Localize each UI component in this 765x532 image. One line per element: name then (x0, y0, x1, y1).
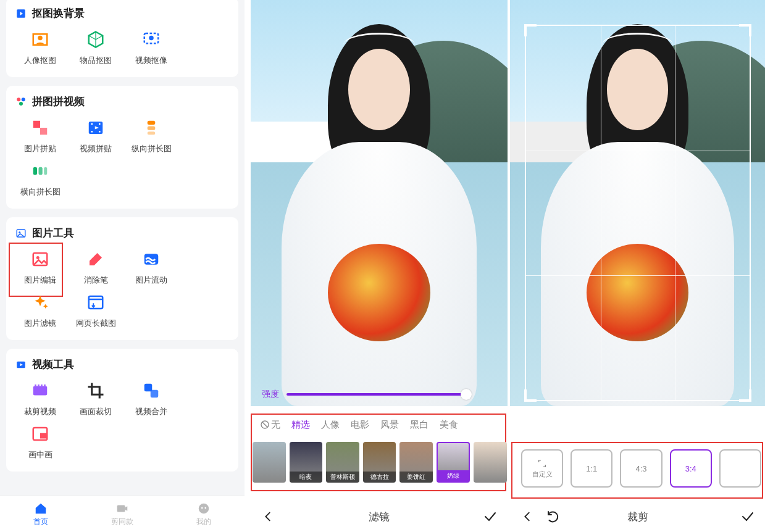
bottom-tab-bar: 首页剪同款我的 (0, 496, 245, 532)
video-merge[interactable]: 视频合并 (123, 380, 179, 417)
tab-home[interactable]: 首页 (0, 496, 82, 532)
svg-rect-32 (144, 384, 153, 392)
crop-handle-bl[interactable] (524, 389, 537, 402)
svg-rect-12 (99, 123, 101, 125)
object-cutout[interactable]: 物品抠图 (68, 29, 123, 66)
filter-thumb-princeton[interactable]: 普林斯顿 (326, 442, 359, 483)
svg-point-39 (204, 507, 206, 509)
portrait-cutout-icon (30, 29, 51, 50)
crop-handle-tr[interactable] (739, 24, 751, 36)
svg-point-6 (19, 102, 23, 106)
crop-frame[interactable] (525, 25, 751, 401)
item-label: 图片滤镜 (12, 318, 68, 329)
crop-handle-br[interactable] (739, 389, 751, 402)
video-cutout-icon (141, 29, 162, 50)
photo-edit[interactable]: 图片编辑 (12, 249, 68, 286)
filter-thumb-anye[interactable]: 暗夜 (290, 442, 323, 483)
tab-templates[interactable]: 剪同款 (82, 496, 163, 532)
strength-label: 强度 (262, 389, 279, 400)
photo-collage-icon (30, 117, 51, 138)
portrait-cutout[interactable]: 人像抠图 (12, 29, 68, 66)
filter-thumb-0[interactable] (253, 442, 286, 483)
filter-editor-panel: 强度 无精选人像电影风景黑白美食 暗夜普林斯顿德古拉姜饼红奶绿 滤镜 (249, 0, 509, 532)
web-long-screenshot[interactable]: 网页长截图 (68, 292, 123, 329)
item-label: 视频拼贴 (68, 143, 123, 154)
svg-rect-33 (151, 390, 159, 398)
menu-section: 抠图换背景人像抠图物品抠图视频抠像 (6, 0, 238, 77)
crop-op-title: 裁剪 (627, 510, 648, 524)
svg-rect-14 (148, 121, 156, 125)
menu-panel: 抠图换背景人像抠图物品抠图视频抠像拼图拼视频图片拼贴视频拼贴纵向拼长图横向拼长图… (0, 0, 245, 532)
menu-grid: 裁剪视频画面裁切视频合并画中画 (12, 380, 232, 467)
highlight-box-menu (9, 243, 63, 297)
crop-rotate-button[interactable] (545, 508, 562, 525)
item-label: 图片拼贴 (12, 143, 68, 154)
section-title-label: 抠图换背景 (32, 6, 85, 20)
crop-op-bar: 裁剪 (510, 501, 765, 532)
horizontal-stitch[interactable]: 横向拼长图 (12, 160, 68, 197)
crop-preview-canvas (510, 0, 765, 406)
section-icon (15, 96, 27, 108)
svg-point-37 (199, 503, 209, 513)
svg-rect-36 (117, 505, 125, 512)
svg-rect-7 (33, 121, 40, 128)
menu-section-title: 抠图换背景 (12, 6, 232, 20)
menu-grid: 图片拼贴视频拼贴纵向拼长图横向拼长图 (12, 117, 232, 204)
crop-lower-panel: 自定义1:14:33:4 裁剪 (510, 442, 765, 532)
section-title-label: 拼图拼视频 (32, 94, 85, 109)
filter-thumb-6[interactable] (474, 442, 507, 483)
svg-rect-18 (39, 167, 43, 175)
horizontal-stitch-icon (30, 160, 51, 181)
menu-section: 图片工具图片编辑消除笔图片流动图片滤镜网页长截图 (6, 217, 238, 340)
filter-lower-panel: 无精选人像电影风景黑白美食 暗夜普林斯顿德古拉姜饼红奶绿 滤镜 (249, 411, 509, 532)
vertical-stitch[interactable]: 纵向拼长图 (123, 117, 179, 154)
crop-video[interactable]: 裁剪视频 (12, 380, 68, 417)
filter-thumb-degula[interactable]: 德古拉 (363, 442, 396, 483)
item-label: 画中画 (12, 449, 68, 460)
filter-thumb-nailv[interactable]: 奶绿 (437, 442, 470, 483)
svg-rect-16 (148, 131, 156, 135)
photo-filter[interactable]: 图片滤镜 (12, 292, 68, 329)
filter-back-button[interactable] (259, 508, 277, 525)
crop-editor-panel: 自定义1:14:33:4 裁剪 (510, 0, 765, 532)
filter-confirm-button[interactable] (482, 508, 499, 525)
crop-back-button[interactable] (519, 508, 536, 525)
strength-slider[interactable] (286, 393, 466, 396)
item-label: 图片流动 (123, 275, 179, 286)
svg-rect-35 (40, 433, 46, 439)
tab-label: 首页 (33, 517, 48, 527)
section-title-label: 视频工具 (32, 357, 74, 372)
filter-thumb-label: 暗夜 (290, 472, 323, 483)
svg-point-3 (149, 36, 154, 41)
filter-thumb-label: 德古拉 (363, 472, 396, 483)
video-cutout[interactable]: 视频抠像 (123, 29, 179, 66)
section-title-label: 图片工具 (32, 226, 74, 240)
eraser-pen[interactable]: 消除笔 (68, 249, 123, 286)
menu-section-title: 拼图拼视频 (12, 94, 232, 109)
svg-rect-31 (44, 384, 46, 386)
tab-label: 我的 (196, 517, 211, 527)
filter-thumb-jbh[interactable]: 姜饼红 (399, 442, 433, 483)
svg-rect-28 (35, 384, 36, 386)
object-cutout-icon (85, 29, 106, 50)
photo-flow[interactable]: 图片流动 (123, 249, 179, 286)
filter-thumb-label: 奶绿 (438, 470, 469, 481)
svg-rect-25 (89, 296, 103, 309)
svg-rect-27 (33, 386, 48, 396)
svg-rect-8 (40, 128, 47, 135)
svg-rect-19 (44, 167, 47, 175)
svg-point-38 (201, 507, 203, 509)
item-label: 物品抠图 (68, 55, 123, 66)
frame-crop[interactable]: 画面裁切 (68, 380, 123, 417)
svg-rect-30 (41, 384, 43, 386)
vertical-stitch-icon (141, 117, 162, 138)
section-icon (15, 7, 27, 20)
photo-collage[interactable]: 图片拼贴 (12, 117, 68, 154)
tab-mine[interactable]: 我的 (163, 496, 245, 532)
pip-icon (30, 423, 51, 444)
video-collage[interactable]: 视频拼贴 (68, 117, 123, 154)
crop-handle-tl[interactable] (524, 24, 537, 36)
svg-rect-13 (99, 131, 101, 133)
pip[interactable]: 画中画 (12, 423, 68, 460)
crop-confirm-button[interactable] (739, 508, 756, 525)
